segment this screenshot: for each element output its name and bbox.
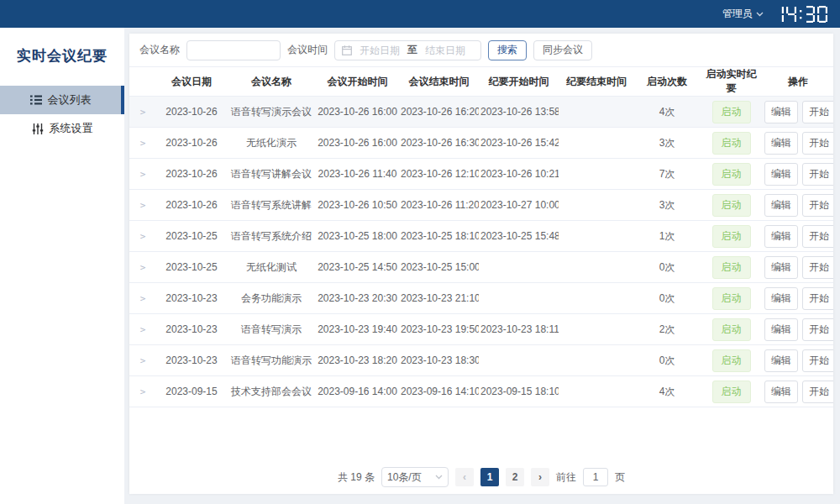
cell-meeting-name: 语音转写系统介绍 xyxy=(227,221,316,252)
expand-chevron-icon[interactable]: > xyxy=(140,386,146,397)
sidebar-item-label: 系统设置 xyxy=(50,121,93,136)
cell-meeting-start: 2023-10-26 16:00 xyxy=(316,128,399,159)
cell-meeting-start: 2023-09-16 14:00 xyxy=(316,376,399,407)
col-operations: 操作 xyxy=(763,67,833,97)
start-button[interactable]: 开始 xyxy=(802,381,833,403)
user-menu[interactable]: 管理员 xyxy=(722,7,764,21)
launch-button[interactable]: 启动 xyxy=(712,163,751,186)
expand-chevron-icon[interactable]: > xyxy=(140,231,146,242)
page-button-1[interactable]: 1 xyxy=(480,468,499,486)
start-button[interactable]: 开始 xyxy=(802,194,833,217)
edit-button[interactable]: 编辑 xyxy=(764,349,798,372)
cell-launch-count: 4次 xyxy=(634,97,700,128)
expand-chevron-icon[interactable]: > xyxy=(140,262,146,273)
search-button[interactable]: 搜索 xyxy=(488,40,527,60)
cell-launch-count: 0次 xyxy=(634,283,700,314)
cell-launch: 启动 xyxy=(700,221,763,252)
start-button[interactable]: 开始 xyxy=(802,101,833,123)
cell-meeting-date: 2023-10-26 xyxy=(156,159,227,190)
expand-chevron-icon[interactable]: > xyxy=(140,138,146,149)
start-button[interactable]: 开始 xyxy=(802,132,833,155)
start-button[interactable]: 开始 xyxy=(802,349,833,372)
cell-operations: 编辑开始 xyxy=(763,97,833,128)
cell-minutes-end xyxy=(559,190,634,221)
launch-button[interactable]: 启动 xyxy=(712,194,751,217)
cell-meeting-date: 2023-10-23 xyxy=(156,314,227,345)
meeting-name-label: 会议名称 xyxy=(139,43,180,57)
table-row: >2023-10-26语音转写系统讲解2023-10-26 10:502023-… xyxy=(129,190,833,221)
cell-minutes-end xyxy=(559,345,634,376)
sidebar-item-meeting-list[interactable]: 会议列表 xyxy=(0,86,124,114)
user-name: 管理员 xyxy=(722,7,753,21)
start-date-input[interactable] xyxy=(355,44,404,57)
launch-button[interactable]: 启动 xyxy=(712,287,751,310)
col-minutes-end: 纪要结束时间 xyxy=(559,67,634,97)
sync-meetings-button[interactable]: 同步会议 xyxy=(533,40,592,60)
edit-button[interactable]: 编辑 xyxy=(764,163,798,186)
table-row: >2023-10-26语音转写演示会议2023-10-26 16:002023-… xyxy=(129,97,833,128)
cell-expand: > xyxy=(129,97,156,128)
cell-operations: 编辑开始 xyxy=(763,159,833,190)
launch-button[interactable]: 启动 xyxy=(712,101,751,123)
launch-button[interactable]: 启动 xyxy=(712,132,751,155)
cell-meeting-start: 2023-10-26 16:00 xyxy=(316,97,399,128)
expand-chevron-icon[interactable]: > xyxy=(140,169,146,180)
table-row: >2023-10-25语音转写系统介绍2023-10-25 18:002023-… xyxy=(129,221,833,252)
edit-button[interactable]: 编辑 xyxy=(764,225,798,248)
next-page-button[interactable]: › xyxy=(531,468,549,486)
cell-meeting-name: 会务功能演示 xyxy=(227,283,316,314)
edit-button[interactable]: 编辑 xyxy=(764,318,798,341)
expand-chevron-icon[interactable]: > xyxy=(140,107,146,118)
launch-button[interactable]: 启动 xyxy=(712,349,751,372)
page-button-2[interactable]: 2 xyxy=(506,468,524,486)
sidebar-menu: 会议列表 系统设置 xyxy=(0,86,124,143)
launch-button[interactable]: 启动 xyxy=(712,318,751,341)
col-launch-count: 启动次数 xyxy=(634,67,700,97)
edit-button[interactable]: 编辑 xyxy=(764,381,798,403)
cell-meeting-end: 2023-10-26 16:30 xyxy=(399,128,479,159)
cell-expand: > xyxy=(129,221,156,252)
list-icon xyxy=(30,95,42,105)
edit-button[interactable]: 编辑 xyxy=(764,287,798,310)
cell-operations: 编辑开始 xyxy=(763,376,833,407)
cell-meeting-date: 2023-10-26 xyxy=(156,128,227,159)
end-date-input[interactable] xyxy=(421,44,470,57)
cell-meeting-end: 2023-10-26 11:20 xyxy=(399,190,479,221)
date-range-separator: 至 xyxy=(407,43,417,57)
page-size-select[interactable]: 10条/页 xyxy=(381,467,449,487)
cell-operations: 编辑开始 xyxy=(763,221,833,252)
edit-button[interactable]: 编辑 xyxy=(764,194,798,217)
start-button[interactable]: 开始 xyxy=(802,287,833,310)
cell-meeting-date: 2023-10-25 xyxy=(156,252,227,283)
cell-meeting-name: 无纸化演示 xyxy=(227,128,316,159)
cell-operations: 编辑开始 xyxy=(763,345,833,376)
cell-meeting-date: 2023-09-15 xyxy=(156,376,227,407)
edit-button[interactable]: 编辑 xyxy=(764,132,798,155)
cell-operations: 编辑开始 xyxy=(763,190,833,221)
goto-page-input[interactable] xyxy=(583,468,608,486)
start-button[interactable]: 开始 xyxy=(802,318,833,341)
expand-chevron-icon[interactable]: > xyxy=(140,293,146,304)
edit-button[interactable]: 编辑 xyxy=(764,256,798,279)
launch-button[interactable]: 启动 xyxy=(712,256,751,279)
start-button[interactable]: 开始 xyxy=(802,163,833,186)
sidebar: 实时会议纪要 会议列表 xyxy=(0,28,124,504)
prev-page-button[interactable]: ‹ xyxy=(455,468,474,486)
launch-button[interactable]: 启动 xyxy=(712,225,751,248)
cell-meeting-end: 2023-09-16 14:10 xyxy=(399,376,479,407)
cell-operations: 编辑开始 xyxy=(763,283,833,314)
cell-meeting-date: 2023-10-26 xyxy=(156,190,227,221)
start-button[interactable]: 开始 xyxy=(802,256,833,279)
date-range-picker[interactable]: 至 xyxy=(334,40,481,60)
meeting-name-input[interactable] xyxy=(186,40,281,60)
expand-chevron-icon[interactable]: > xyxy=(140,324,146,335)
cell-expand: > xyxy=(129,190,156,221)
sidebar-item-system-settings[interactable]: 系统设置 xyxy=(0,114,124,143)
launch-button[interactable]: 启动 xyxy=(712,381,751,403)
expand-chevron-icon[interactable]: > xyxy=(140,200,146,211)
cell-launch: 启动 xyxy=(700,97,763,128)
expand-chevron-icon[interactable]: > xyxy=(140,355,146,366)
start-button[interactable]: 开始 xyxy=(802,225,833,248)
edit-button[interactable]: 编辑 xyxy=(764,101,798,123)
cell-meeting-start: 2023-10-23 20:30 xyxy=(316,283,399,314)
